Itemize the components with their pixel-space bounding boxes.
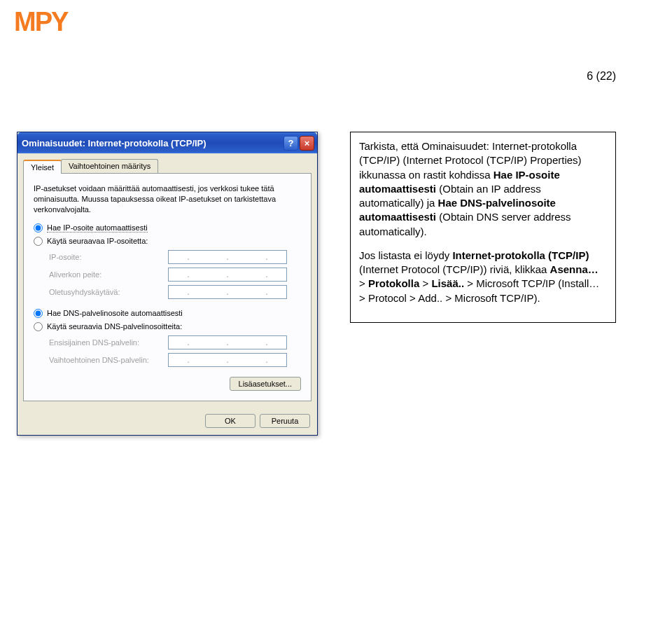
label-dns1: Ensisijainen DNS-palvelin: — [49, 338, 168, 347]
radio-ip-auto-input[interactable] — [34, 223, 43, 233]
tab-pane: IP-asetukset voidaan määrittää automaatt… — [23, 173, 312, 401]
cancel-button[interactable]: Peruuta — [260, 414, 310, 428]
tcpip-properties-dialog: Ominaisuudet: Internet-protokolla (TCP/I… — [17, 132, 318, 436]
advanced-button[interactable]: Lisäasetukset... — [230, 377, 301, 391]
tab-general[interactable]: Yleiset — [23, 160, 62, 174]
input-ip: ... — [168, 250, 287, 264]
input-mask: ... — [168, 268, 287, 282]
radio-dns-manual-input[interactable] — [34, 322, 43, 331]
label-dns2: Vaihtoehtoinen DNS-palvelin: — [49, 356, 168, 364]
radio-dns-manual[interactable]: Käytä seuraavia DNS-palvelinosoitteita: — [34, 322, 301, 331]
radio-dns-auto-label: Hae DNS-palvelinosoite automaattisesti — [47, 309, 183, 317]
input-dns1: ... — [168, 335, 287, 349]
radio-ip-manual[interactable]: Käytä seuraavaa IP-osoitetta: — [34, 237, 301, 246]
input-gateway: ... — [168, 285, 287, 299]
radio-ip-manual-input[interactable] — [34, 237, 43, 246]
tab-alternate[interactable]: Vaihtoehtoinen määritys — [61, 159, 158, 173]
ok-button[interactable]: OK — [205, 414, 255, 428]
tab-strip: Yleiset Vaihtoehtoinen määritys — [23, 159, 312, 173]
radio-ip-auto[interactable]: Hae IP-osoite automaattisesti — [34, 223, 301, 233]
page-number: 6 (22) — [587, 70, 616, 83]
label-gateway: Oletusyhdyskäytävä: — [49, 288, 168, 296]
instruction-p2: Jos listasta ei löydy Internet-protokoll… — [359, 249, 607, 305]
dialog-title: Ominaisuudet: Internet-protokolla (TCP/I… — [22, 138, 282, 148]
label-ip: IP-osoite: — [49, 253, 168, 261]
logo: MPY — [14, 7, 67, 37]
close-icon[interactable]: × — [300, 136, 314, 151]
instruction-p1: Tarkista, että Ominaisuudet: Internet-pr… — [359, 139, 607, 239]
dialog-buttons: OK Peruuta — [18, 407, 317, 435]
help-icon[interactable]: ? — [284, 136, 298, 151]
instruction-box: Tarkista, että Ominaisuudet: Internet-pr… — [350, 132, 616, 323]
titlebar[interactable]: Ominaisuudet: Internet-protokolla (TCP/I… — [18, 132, 317, 153]
input-dns2: ... — [168, 353, 287, 367]
radio-ip-manual-label: Käytä seuraavaa IP-osoitetta: — [47, 237, 148, 245]
radio-ip-auto-label: Hae IP-osoite automaattisesti — [47, 223, 148, 233]
label-mask: Aliverkon peite: — [49, 270, 168, 279]
radio-dns-auto-input[interactable] — [34, 309, 43, 318]
intro-text: IP-asetukset voidaan määrittää automaatt… — [34, 183, 301, 215]
radio-dns-manual-label: Käytä seuraavia DNS-palvelinosoitteita: — [47, 322, 182, 331]
radio-dns-auto[interactable]: Hae DNS-palvelinosoite automaattisesti — [34, 309, 301, 318]
